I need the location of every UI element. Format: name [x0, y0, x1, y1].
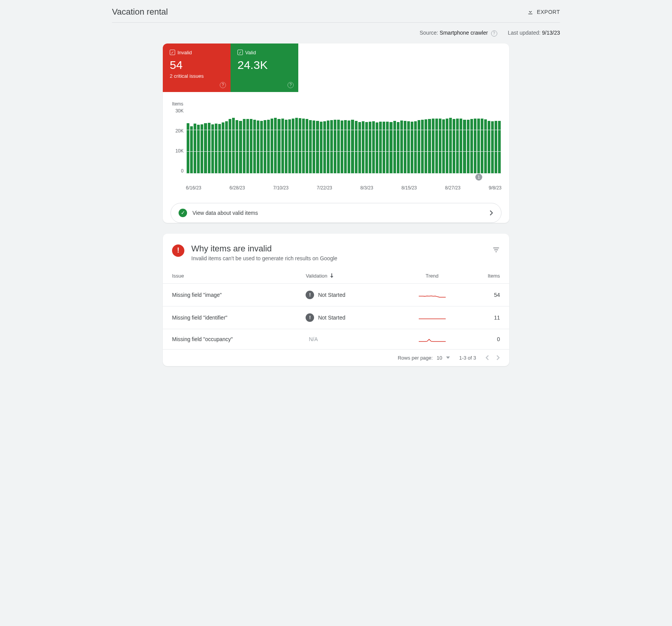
chart-bar[interactable]	[498, 121, 501, 173]
chart-bar[interactable]	[201, 124, 203, 173]
chart-bar[interactable]	[488, 121, 490, 173]
chart-bar[interactable]	[295, 118, 298, 173]
chart-bar[interactable]	[474, 119, 476, 173]
chart-bar[interactable]	[453, 119, 455, 173]
export-button[interactable]: EXPORT	[527, 8, 560, 15]
rows-per-page-select[interactable]: Rows per page: 10	[398, 355, 450, 361]
chart-bar[interactable]	[484, 119, 487, 173]
filter-icon[interactable]	[492, 246, 500, 254]
chart-bar[interactable]	[400, 121, 403, 173]
help-icon[interactable]: ?	[491, 30, 497, 37]
chart-bar[interactable]	[393, 121, 396, 173]
issue-row[interactable]: Missing field "image"!Not Started54	[163, 284, 509, 306]
chart-bar[interactable]	[229, 119, 231, 173]
chart-bar[interactable]	[491, 121, 494, 173]
chart-bar[interactable]	[470, 119, 473, 173]
chart-bar[interactable]	[477, 119, 480, 173]
chart-bar[interactable]	[187, 123, 189, 173]
help-icon[interactable]: ?	[288, 82, 294, 88]
chart-bar[interactable]	[285, 120, 288, 173]
help-icon[interactable]: ?	[220, 82, 226, 88]
chart-bar[interactable]	[313, 121, 315, 173]
chart-bar[interactable]	[435, 119, 438, 173]
chart-bar[interactable]	[309, 120, 312, 173]
chart-bar[interactable]	[495, 121, 497, 173]
chart-bar[interactable]	[257, 121, 259, 173]
chart-plot[interactable]	[186, 108, 501, 174]
chart-bar[interactable]	[481, 119, 483, 173]
chart-bar[interactable]	[414, 121, 417, 173]
chart-bar[interactable]	[204, 123, 207, 173]
invalid-tile[interactable]: ✓ Invalid 54 2 critical issues ?	[163, 44, 231, 92]
prev-page-button[interactable]	[485, 355, 489, 360]
chart-bar[interactable]	[449, 118, 452, 173]
col-validation[interactable]: Validation	[306, 273, 395, 279]
next-page-button[interactable]	[496, 355, 500, 360]
chart-bar[interactable]	[299, 118, 301, 173]
summary-card: ✓ Invalid 54 2 critical issues ? ✓ Valid…	[163, 44, 509, 223]
chart-bar[interactable]	[460, 119, 462, 173]
chart-bar[interactable]	[267, 120, 270, 173]
chart-bar[interactable]	[232, 118, 235, 173]
chart-bar[interactable]	[439, 119, 441, 173]
col-trend[interactable]: Trend	[395, 273, 469, 279]
valid-tile[interactable]: ✓ Valid 24.3K ?	[231, 44, 298, 92]
chart-bar[interactable]	[428, 119, 431, 173]
chart-bar[interactable]	[323, 121, 326, 173]
chart-bar[interactable]	[302, 119, 305, 173]
chart-bar[interactable]	[330, 120, 333, 173]
chart-bar[interactable]	[277, 119, 280, 173]
chart-bar[interactable]	[337, 120, 340, 173]
chart-bar[interactable]	[316, 121, 319, 173]
col-items[interactable]: Items	[469, 273, 500, 279]
chart-bar[interactable]	[253, 120, 256, 173]
chart-bar[interactable]	[236, 120, 238, 173]
chart-bar[interactable]	[334, 120, 336, 173]
chart-bar[interactable]	[243, 119, 246, 173]
chart-bar[interactable]	[218, 124, 221, 173]
chart-bar[interactable]	[351, 120, 354, 173]
chart-bar[interactable]	[327, 121, 329, 173]
chart-bar[interactable]	[215, 124, 217, 173]
chart-bar[interactable]	[225, 121, 228, 173]
chart-bar[interactable]	[288, 119, 291, 173]
chart-bar[interactable]	[239, 121, 242, 173]
chart-bar[interactable]	[250, 119, 252, 173]
view-valid-items-button[interactable]: ✓ View data about valid items	[171, 203, 501, 223]
chart-bar[interactable]	[404, 121, 406, 173]
chart-bar[interactable]	[344, 120, 347, 173]
chart-bar[interactable]	[246, 119, 249, 173]
chart-bar[interactable]	[446, 119, 448, 173]
issue-validation: !Not Started	[306, 313, 395, 322]
chart-bar[interactable]	[341, 121, 343, 173]
chart-bar[interactable]	[372, 121, 375, 173]
chart-bar[interactable]	[211, 124, 214, 173]
chart-bar[interactable]	[463, 120, 466, 173]
chart-bar[interactable]	[306, 119, 308, 173]
col-issue[interactable]: Issue	[172, 273, 306, 279]
chart-bar[interactable]	[190, 126, 193, 173]
chart-bar[interactable]	[467, 120, 470, 173]
chart-bar[interactable]	[281, 119, 284, 173]
chart-marker[interactable]: 1	[475, 174, 482, 181]
chart-bar[interactable]	[425, 119, 427, 173]
chart-bar[interactable]	[292, 119, 294, 173]
chart-bar[interactable]	[197, 125, 200, 173]
chart-bar[interactable]	[208, 123, 211, 173]
chart-bar[interactable]	[355, 121, 358, 173]
chart-bar[interactable]	[194, 124, 196, 173]
chart-bar[interactable]	[362, 121, 364, 173]
chart-bar[interactable]	[260, 121, 263, 173]
chart-bar[interactable]	[442, 119, 445, 173]
chart-bar[interactable]	[421, 120, 424, 173]
chart-bar[interactable]	[264, 120, 266, 173]
chart-bar[interactable]	[432, 119, 435, 173]
issue-row[interactable]: Missing field "identifier"!Not Started11	[163, 306, 509, 329]
chart-bar[interactable]	[348, 121, 350, 173]
chart-bar[interactable]	[271, 119, 273, 173]
chart-bar[interactable]	[456, 119, 459, 173]
issue-row[interactable]: Missing field "occupancy"N/A0	[163, 329, 509, 350]
chart-bar[interactable]	[274, 118, 277, 173]
chart-bar[interactable]	[407, 121, 410, 173]
chart-bar[interactable]	[418, 120, 420, 173]
